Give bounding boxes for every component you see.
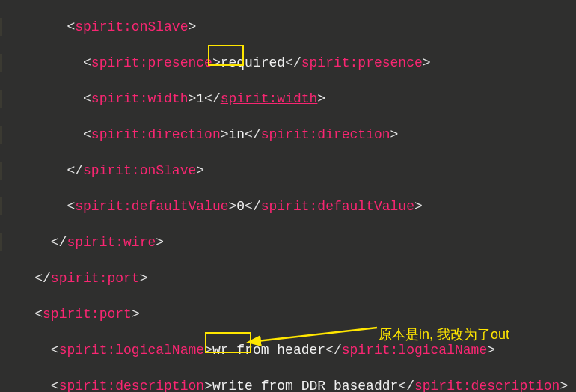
code-line: <spirit:width>1</spirit:width> [0, 90, 576, 108]
code-line: <spirit:presence>required</spirit:presen… [0, 54, 576, 72]
code-line: <spirit:description>write from DDR basea… [0, 377, 576, 392]
annotation-text: 原本是in, 我改为了out [379, 325, 509, 343]
highlight-box-out [205, 332, 251, 353]
code-line: <spirit:onSlave> [0, 18, 576, 36]
code-line: <spirit:port> [0, 305, 576, 323]
code-line: </spirit:wire> [0, 233, 576, 251]
highlight-box-in [208, 45, 244, 66]
code-line: <spirit:defaultValue>0</spirit:defaultVa… [0, 197, 576, 215]
code-line: <spirit:logicalName>wr_from_header</spir… [0, 341, 576, 359]
code-line: </spirit:onSlave> [0, 162, 576, 180]
code-line: <spirit:direction>in</spirit:direction> [0, 126, 576, 144]
code-line: </spirit:port> [0, 269, 576, 287]
